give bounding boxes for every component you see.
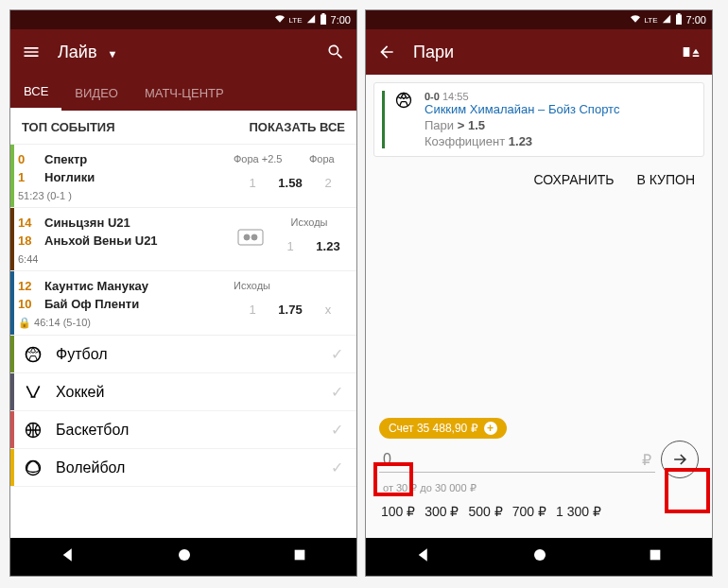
back-button[interactable] [415,546,432,567]
match-row[interactable]: 14Синьцзян U21 18Аньхой Веньи U21 6:44 И… [10,207,356,270]
battery-icon [320,13,327,26]
score: 12 [18,279,37,293]
header: Лайв ▼ ВСЕ ВИДЕО МАТЧ-ЦЕНТР [10,29,356,111]
sport-item-hockey[interactable]: Хоккей ✓ [10,373,356,411]
coupon-button[interactable]: В КУПОН [637,172,696,187]
match-time: 6:44 [18,250,234,265]
score: 14 [18,216,37,230]
bet-time: 14:55 [442,91,469,102]
coef-label: Коэффициент [425,134,505,148]
balance-pill[interactable]: Счет 35 488,90 ₽ + [379,418,507,439]
quick-amount[interactable]: 100 ₽ [381,504,415,519]
match-row[interactable]: 0Спектр 1Ноглики 51:23 (0-1 ) Фора +2.5 … [10,144,356,207]
bet-value: > 1.5 [458,118,485,132]
quick-amount[interactable]: 500 ₽ [469,504,503,519]
check-icon: ✓ [331,458,343,476]
bet-score: 0-0 [425,91,440,102]
submit-button[interactable] [661,441,699,478]
clock: 7:00 [331,14,351,26]
check-icon: ✓ [331,345,343,363]
score: 0 [18,152,37,166]
bet-card[interactable]: 0-0 14:55 Сикким Хималайан – Бойз Спортс… [373,82,704,157]
page-title: Пари [413,43,454,62]
sport-item-volleyball[interactable]: Волейбол ✓ [10,449,356,487]
recent-button[interactable] [648,547,663,566]
balance-text: Счет 35 488,90 ₽ [389,422,478,435]
battery-icon [675,13,683,26]
screen-bet: LTE 7:00 Пари 0-0 14:55 Сикким Хималайан… [365,9,713,577]
odds-cell[interactable]: 1 [271,231,309,261]
team-name: Синьцзян U21 [44,216,130,230]
odds-cell[interactable]: 1.23 [309,231,347,261]
hockey-icon [24,383,43,402]
network-label: LTE [289,16,303,25]
score: 18 [18,233,37,248]
svg-rect-7 [294,550,304,561]
odds-cell[interactable]: 1 [234,294,271,324]
svg-rect-0 [238,230,263,245]
home-button[interactable] [531,546,548,567]
tab-all[interactable]: ВСЕ [10,75,61,111]
sport-item-basketball[interactable]: Баскетбол ✓ [10,411,356,449]
odds-cell[interactable]: 2 [309,167,347,198]
sport-list: Футбол ✓ Хоккей ✓ Баскетбол ✓ Волейбол ✓ [10,335,356,487]
svg-point-2 [251,234,257,240]
android-navbar [366,538,712,576]
check-icon: ✓ [331,421,343,439]
search-icon[interactable] [326,43,345,61]
menu-icon[interactable] [22,43,41,61]
limits-text: от 30 ₽ до 30 000 ₽ [373,480,704,496]
statusbar: LTE 7:00 [10,10,356,29]
back-icon[interactable] [377,43,396,61]
quick-amount[interactable]: 700 ₽ [512,504,546,519]
top-events-label: ТОП СОБЫТИЯ [22,120,115,134]
network-label: LTE [645,16,658,25]
save-button[interactable]: СОХРАНИТЬ [533,172,614,187]
football-icon [394,91,413,110]
wifi-icon [274,14,286,26]
basketball-icon [24,421,43,440]
tab-video[interactable]: ВИДЕО [61,75,131,111]
quick-amount[interactable]: 1 300 ₽ [556,504,601,519]
content: ТОП СОБЫТИЯ ПОКАЗАТЬ ВСЕ 0Спектр 1Ноглик… [10,111,356,538]
content: 0-0 14:55 Сикким Хималайан – Бойз Спортс… [366,75,712,538]
signal-icon [662,14,671,26]
odds-header: Фора +2.5 [234,150,309,167]
odds-cell[interactable]: 1 [234,167,271,198]
home-button[interactable] [176,546,193,567]
football-icon [24,345,43,364]
team-name: Аньхой Веньи U21 [44,233,158,248]
sport-item-football[interactable]: Футбол ✓ [10,336,356,373]
sport-label: Футбол [56,346,108,363]
odds-header: Исходы [234,277,347,294]
svg-point-10 [534,549,546,561]
header: Пари [366,29,712,75]
match-row[interactable]: 12Каунтис Манукау 10Бай Оф Пленти 🔒 46:1… [10,270,356,335]
sport-label: Хоккей [56,384,104,401]
team-name: Бай Оф Пленти [44,297,139,311]
svg-rect-11 [650,550,660,561]
currency-label: ₽ [642,451,651,469]
quick-amount[interactable]: 300 ₽ [425,504,459,519]
header-actions-icon[interactable] [682,45,701,59]
team-name: Каунтис Манукау [44,279,148,293]
odds-header: Исходы [271,214,347,231]
amount-input[interactable] [379,447,655,473]
team-name: Спектр [44,152,87,166]
chevron-down-icon: ▼ [107,48,117,60]
tab-match-center[interactable]: МАТЧ-ЦЕНТР [131,75,237,111]
page-title[interactable]: Лайв ▼ [58,43,117,62]
match-time: 51:23 (0-1 ) [18,186,234,201]
sport-label: Баскетбол [56,422,129,439]
odds-cell[interactable]: 1.75 [271,294,309,324]
odds-cell[interactable]: 1.58 [271,167,309,198]
bet-match-name: Сикким Хималайан – Бойз Спортс [425,102,696,116]
show-all-link[interactable]: ПОКАЗАТЬ ВСЕ [249,120,345,134]
tv-icon[interactable] [234,227,268,248]
recent-button[interactable] [292,547,307,566]
odds-cell[interactable]: x [309,294,347,324]
back-button[interactable] [60,546,77,567]
volleyball-icon [24,458,43,477]
score: 10 [18,297,37,311]
svg-point-1 [244,234,250,240]
